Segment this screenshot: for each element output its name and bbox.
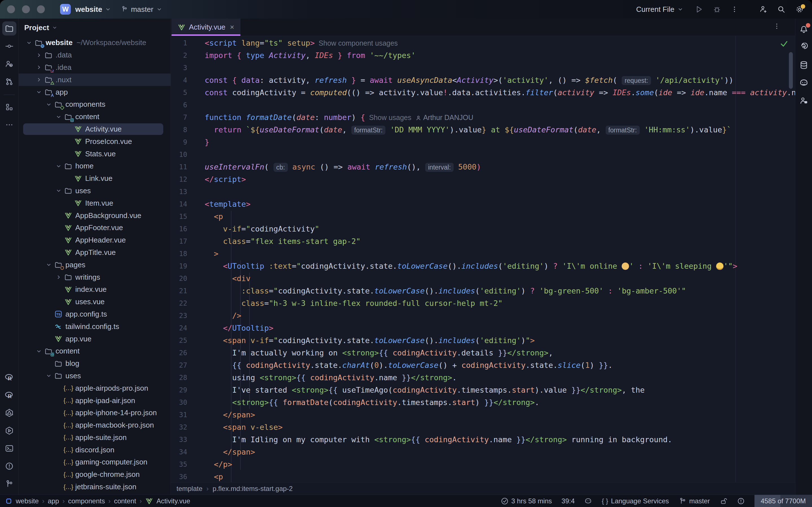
add-user-icon[interactable] bbox=[759, 5, 767, 13]
line-number[interactable]: 23 bbox=[171, 309, 187, 322]
search-icon[interactable] bbox=[777, 5, 785, 13]
r-console-1-icon[interactable]: R bbox=[2, 371, 16, 385]
code-line-34[interactable]: 34 </span> bbox=[171, 446, 795, 458]
line-number[interactable]: 28 bbox=[171, 372, 187, 384]
tree-item-stats-vue[interactable]: Stats.vue bbox=[18, 148, 170, 160]
tab-activity-vue[interactable]: Activity.vue × bbox=[171, 18, 241, 36]
code-line-15[interactable]: 15 <p bbox=[171, 210, 795, 223]
status-path-item[interactable]: Activity.vue bbox=[156, 497, 190, 505]
line-number[interactable]: 9 bbox=[171, 136, 187, 149]
tree-item--data[interactable]: .data bbox=[18, 49, 170, 61]
line-number[interactable]: 11 bbox=[171, 161, 187, 173]
code-line-27[interactable]: 27 {{ codingActivity.state.charAt(0).toL… bbox=[171, 359, 795, 372]
line-number[interactable]: 3 bbox=[171, 62, 187, 74]
tree-item-uses[interactable]: uses bbox=[18, 370, 170, 382]
line-number[interactable]: 27 bbox=[171, 359, 187, 372]
chevron-down-icon[interactable] bbox=[54, 163, 63, 169]
line-number[interactable]: 22 bbox=[171, 297, 187, 309]
line-number[interactable]: 1 bbox=[171, 37, 187, 49]
code-line-16[interactable]: 16 v-if="codingActivity" bbox=[171, 223, 795, 235]
project-folder-icon[interactable] bbox=[2, 21, 16, 36]
line-number[interactable]: 36 bbox=[171, 471, 187, 482]
tree-item-proseicon-vue[interactable]: ProseIcon.vue bbox=[18, 135, 170, 148]
line-number[interactable]: 18 bbox=[171, 247, 187, 260]
tree-item-components[interactable]: components bbox=[18, 98, 170, 111]
structure-icon[interactable] bbox=[2, 100, 16, 114]
tree-item-appheader-vue[interactable]: AppHeader.vue bbox=[18, 234, 170, 246]
notifications-icon[interactable] bbox=[797, 22, 811, 37]
line-number[interactable]: 30 bbox=[171, 396, 187, 409]
code-line-24[interactable]: 24 </UTooltip> bbox=[171, 322, 795, 334]
terminal-icon[interactable] bbox=[2, 441, 16, 455]
tree-item--nuxt[interactable]: .nuxt bbox=[18, 73, 170, 86]
debug-icon[interactable] bbox=[713, 5, 721, 13]
chevron-right-icon[interactable] bbox=[34, 76, 44, 83]
tree-item-content[interactable]: content bbox=[18, 111, 170, 123]
run-configuration-selector[interactable]: Current File bbox=[636, 5, 683, 14]
status-widget-3-hrs-58-mins[interactable]: 3 hrs 58 mins bbox=[501, 497, 552, 505]
chevron-right-icon[interactable] bbox=[54, 274, 63, 280]
status-path-item[interactable]: website bbox=[16, 497, 39, 505]
problems-icon[interactable] bbox=[2, 459, 16, 473]
code-line-14[interactable]: 14<template> bbox=[171, 198, 795, 210]
close-window-icon[interactable] bbox=[7, 5, 15, 13]
status-path-item[interactable]: app bbox=[48, 497, 59, 505]
code-line-32[interactable]: 32 <span v-else> bbox=[171, 421, 795, 434]
code-line-23[interactable]: 23 /> bbox=[171, 309, 795, 322]
line-number[interactable]: 33 bbox=[171, 434, 187, 446]
status-widget-unlock[interactable] bbox=[719, 497, 727, 505]
tree-item-appfooter-vue[interactable]: AppFooter.vue bbox=[18, 222, 170, 234]
line-number[interactable]: 5 bbox=[171, 87, 187, 99]
tree-item-discord-json[interactable]: {…}discord.json bbox=[18, 444, 170, 456]
chevron-right-icon[interactable] bbox=[34, 52, 44, 58]
tree-item-gaming-computer-json[interactable]: {…}gaming-computer.json bbox=[18, 456, 170, 468]
minimize-window-icon[interactable] bbox=[22, 5, 30, 13]
tree-item-uses[interactable]: uses bbox=[18, 185, 170, 197]
tree-item-blog[interactable]: blog bbox=[18, 357, 170, 370]
code-line-25[interactable]: 25 <span v-if="codingActivity.state.toLo… bbox=[171, 334, 795, 347]
tree-item-uses-vue[interactable]: uses.vue bbox=[18, 296, 170, 308]
code-line-4[interactable]: 4const { data: activity, refresh } = awa… bbox=[171, 74, 795, 87]
status-widget-copilot-small[interactable] bbox=[584, 497, 592, 505]
tree-item-tailwind-config-ts[interactable]: tailwind.config.ts bbox=[18, 320, 170, 333]
line-number[interactable]: 34 bbox=[171, 446, 187, 458]
tree-item-google-chrome-json[interactable]: {…}google-chrome.json bbox=[18, 468, 170, 481]
chevron-down-icon[interactable] bbox=[44, 373, 54, 379]
code-line-5[interactable]: 5const codingActivity = computed(() => a… bbox=[171, 87, 795, 99]
tree-item-jetbrains-suite-json[interactable]: {…}jetbrains-suite.json bbox=[18, 481, 170, 493]
more-kebab-icon[interactable] bbox=[731, 6, 738, 13]
line-number[interactable]: 19 bbox=[171, 260, 187, 272]
code-review-icon[interactable] bbox=[797, 94, 811, 108]
code-line-12[interactable]: 12</script> bbox=[171, 173, 795, 186]
git-graph-icon[interactable] bbox=[2, 75, 16, 89]
tree-item-website[interactable]: website~/Workspace/website bbox=[18, 37, 170, 49]
line-number[interactable]: 32 bbox=[171, 421, 187, 434]
chevron-down-icon[interactable] bbox=[44, 262, 54, 268]
line-number[interactable]: 26 bbox=[171, 347, 187, 359]
code-line-28[interactable]: 28 using <strong>{{ codingActivity.name … bbox=[171, 372, 795, 384]
status-path-item[interactable]: components bbox=[68, 497, 105, 505]
status-widget-39-4[interactable]: 39:4 bbox=[562, 497, 575, 505]
commit-icon[interactable] bbox=[2, 39, 16, 53]
line-number[interactable]: 29 bbox=[171, 384, 187, 396]
ai-assistant-icon[interactable] bbox=[797, 40, 811, 54]
code-line-17[interactable]: 17 class="flex items-start gap-2" bbox=[171, 235, 795, 247]
tree-item-item-vue[interactable]: Item.vue bbox=[18, 197, 170, 209]
code-line-6[interactable]: 6 bbox=[171, 99, 795, 111]
editor-more-kebab-icon[interactable] bbox=[773, 22, 780, 30]
tree-item-apple-suite-json[interactable]: {…}apple-suite.json bbox=[18, 432, 170, 444]
line-number[interactable]: 21 bbox=[171, 285, 187, 297]
line-number[interactable]: 35 bbox=[171, 458, 187, 471]
settings-gear-icon[interactable] bbox=[795, 5, 804, 14]
r-console-2-icon[interactable]: R bbox=[2, 388, 16, 402]
tree-item-apple-airpods-pro-json[interactable]: {…}apple-airpods-pro.json bbox=[18, 382, 170, 394]
code-line-35[interactable]: 35 </p> bbox=[171, 458, 795, 471]
line-number[interactable]: 4 bbox=[171, 74, 187, 87]
version-control-icon[interactable] bbox=[2, 477, 16, 491]
tree-item-index-vue[interactable]: index.vue bbox=[18, 283, 170, 296]
line-number[interactable]: 6 bbox=[171, 99, 187, 111]
chevron-down-icon[interactable] bbox=[44, 101, 54, 108]
tree-item-app[interactable]: app bbox=[18, 86, 170, 98]
tree-item-apple-macbook-pro-json[interactable]: {…}apple-macbook-pro.json bbox=[18, 419, 170, 432]
breadcrumb-item[interactable]: template bbox=[176, 485, 202, 493]
